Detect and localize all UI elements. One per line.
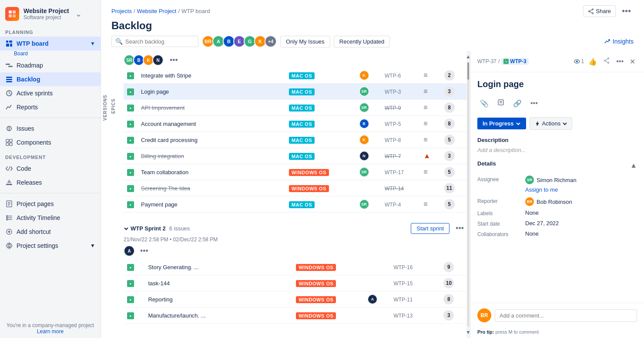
link-button[interactable]: 🔗: [510, 97, 524, 110]
sprint2-name: WTP Sprint 2: [131, 225, 166, 232]
search-input[interactable]: [125, 38, 186, 45]
svg-rect-8: [6, 64, 10, 65]
table-row: ▪ Story Generating. ... WINDOWS OS WTP-1…: [124, 259, 466, 275]
issue-name-link[interactable]: Story Generating. ...: [148, 264, 198, 270]
project-logo: [5, 7, 19, 21]
issue-name-link[interactable]: Screening The Idea: [141, 185, 190, 192]
priority-icon: ≡: [423, 168, 427, 176]
backlog-main: SR B K N ••• ▪ Integrate with Stripe: [124, 51, 466, 324]
collaborators-label: Collaborators: [477, 230, 525, 237]
svg-rect-17: [6, 139, 9, 142]
sprint1-more-button[interactable]: •••: [167, 55, 181, 66]
details-collapse-button[interactable]: ▲: [630, 162, 637, 169]
issue-name-link[interactable]: Login page: [141, 88, 169, 95]
like-button[interactable]: 👍: [587, 56, 599, 68]
header-more-button[interactable]: •••: [619, 4, 634, 18]
in-progress-button[interactable]: In Progress: [477, 118, 526, 129]
sprint2-dates: 21/Nov/22 2:58 PM • 02/Dec/22 2:58 PM: [124, 236, 466, 245]
actions-button[interactable]: Actions: [530, 117, 573, 130]
breadcrumb-projects[interactable]: Projects: [111, 8, 132, 14]
timeline-icon: [5, 214, 13, 222]
sidebar-item-issues[interactable]: Issues: [0, 122, 101, 135]
sidebar-item-active-sprints[interactable]: Active sprints: [0, 86, 101, 100]
detail-id-badge: ▪ WTP-3: [501, 58, 528, 65]
learn-more-link[interactable]: Learn more: [37, 328, 64, 335]
sprint2-members-more-btn[interactable]: •••: [138, 246, 151, 257]
labels-row: Labels None: [477, 208, 637, 218]
sprint1-member-n[interactable]: N: [152, 54, 164, 66]
avatar-more[interactable]: +4: [265, 35, 277, 47]
insights-button[interactable]: Insights: [604, 38, 634, 45]
sprint2-member-a[interactable]: A: [124, 245, 135, 257]
start-sprint-button[interactable]: Start sprint: [411, 223, 449, 234]
issue-tag: MAC OS: [289, 72, 315, 79]
issue-name-link[interactable]: Integrate with Stripe: [141, 72, 191, 79]
search-box[interactable]: 🔍: [111, 36, 198, 47]
svg-rect-19: [6, 143, 9, 145]
sidebar-item-project-pages[interactable]: Project pages: [0, 197, 101, 211]
issue-tag: MAC OS: [289, 105, 315, 112]
recently-updated-button[interactable]: Recently Updated: [334, 36, 390, 47]
main-content: Projects / Website Project / WTP board S…: [101, 0, 644, 338]
issue-name-link[interactable]: API Improvement: [141, 105, 184, 111]
issue-assignee-avatar: SR: [359, 167, 369, 177]
issue-name-link[interactable]: Billing integration: [141, 153, 184, 159]
sidebar-item-add-shortcut[interactable]: Add shortcut: [0, 225, 101, 239]
issue-name-link[interactable]: Team collaboration: [141, 169, 188, 176]
issue-name-link[interactable]: Reporting: [148, 296, 172, 303]
divider-2: [0, 193, 101, 193]
issue-name-link[interactable]: task-144: [148, 280, 170, 287]
issue-name-link[interactable]: Payment page: [141, 201, 178, 208]
table-row: ▪ Credit card processing MAC OS K WTP-8 …: [124, 132, 466, 148]
sidebar-item-project-settings[interactable]: Project settings ▼: [0, 239, 101, 253]
share-detail-button[interactable]: [601, 55, 612, 68]
breadcrumb-website-project[interactable]: Website Project: [137, 8, 177, 14]
sidebar-item-components[interactable]: Components: [0, 135, 101, 149]
sidebar-item-code[interactable]: Code: [0, 162, 101, 176]
sprint2-collapse-btn[interactable]: WTP Sprint 2: [124, 225, 166, 232]
sidebar-item-roadmap[interactable]: Roadmap: [0, 58, 101, 72]
development-label: DEVELOPMENT: [0, 149, 101, 162]
sidebar-item-reports[interactable]: Reports: [0, 100, 101, 114]
issue-assignee-avatar: N: [359, 151, 369, 161]
issue-assignee-avatar: B: [359, 118, 369, 129]
detail-close-button[interactable]: ✕: [628, 56, 637, 68]
sprint2-section: WTP Sprint 2 6 issues Start sprint ••• 2…: [124, 220, 466, 324]
table-row: ▪ Reporting WINDOWS OS A WTP-11 8: [124, 291, 466, 308]
issue-id: WTP-4: [385, 202, 401, 208]
add-icon: [5, 228, 13, 236]
top-bar-actions: Share •••: [583, 4, 634, 18]
issue-name-link[interactable]: Credit card processing: [141, 137, 198, 143]
sprint1-header: SR B K N •••: [124, 51, 466, 68]
assignee-value: SR Simon Richman: [525, 176, 577, 184]
description-placeholder[interactable]: Add a description...: [477, 147, 637, 153]
detail-more-button[interactable]: •••: [614, 56, 625, 67]
svg-line-41: [590, 11, 592, 13]
my-issues-button[interactable]: Only My Issues: [280, 36, 330, 47]
comment-input[interactable]: [495, 309, 637, 322]
issue-name-link[interactable]: Manufacture/launch. ...: [148, 312, 205, 319]
sprint2-more-button[interactable]: •••: [453, 223, 466, 234]
share-button[interactable]: Share: [583, 5, 616, 17]
editor-button[interactable]: [495, 96, 507, 110]
issue-name-link[interactable]: Account management: [141, 121, 196, 127]
start-date-row: Start date Dec 27, 2022: [477, 218, 637, 229]
epics-label: EPICS: [109, 97, 117, 115]
table-row: ▪ Login page MAC OS SR WTP-3 ≡ 3: [124, 84, 466, 100]
story-icon: ▪: [127, 264, 134, 271]
svg-point-29: [6, 217, 8, 219]
backlog-scroll[interactable]: VERSIONS EPICS SR B K N •••: [101, 51, 466, 338]
sidebar-item-wtp-board[interactable]: WTP board ▼: [0, 37, 101, 51]
toolbar-more-button[interactable]: •••: [528, 97, 540, 110]
sprint-icon: [5, 89, 13, 97]
attachment-button[interactable]: 📎: [477, 97, 491, 110]
editor-icon: [497, 99, 504, 106]
issue-id: WTP-16: [393, 264, 413, 270]
scroll-indicator: ▲ ▼: [466, 51, 470, 338]
assign-me-link[interactable]: Assign to me: [525, 186, 558, 193]
sidebar-item-activity-timeline[interactable]: Activity Timeline: [0, 211, 101, 225]
code-icon: [5, 165, 13, 172]
sidebar-collapse-btn[interactable]: ⌄: [74, 8, 84, 20]
sidebar-item-backlog[interactable]: Backlog: [0, 72, 101, 86]
sidebar-item-releases[interactable]: Releases: [0, 176, 101, 189]
